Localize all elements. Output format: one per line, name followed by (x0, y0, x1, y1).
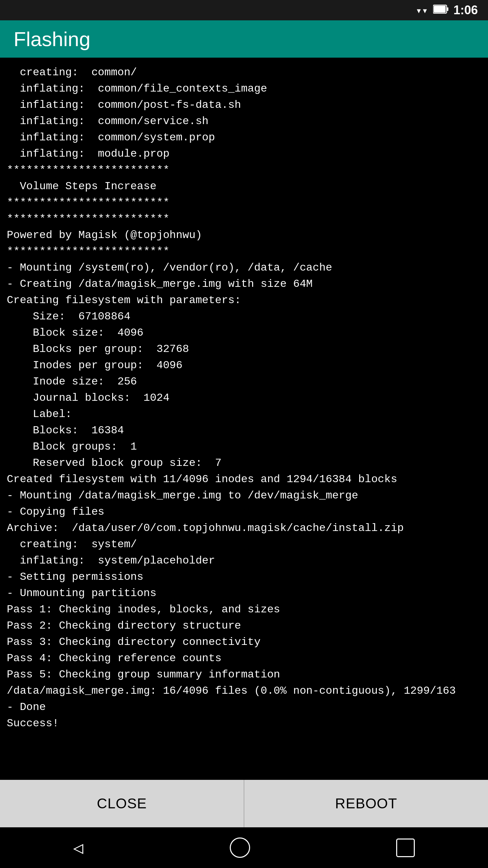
log-text: creating: common/ inflating: common/file… (7, 64, 481, 732)
status-time: 1:06 (453, 3, 478, 17)
status-bar: ▾▾ 1:06 (0, 0, 488, 20)
wifi-icon: ▾▾ (416, 4, 428, 16)
nav-bar: ◁ (0, 827, 488, 868)
bottom-bar: CLOSE REBOOT (0, 780, 488, 827)
recents-button[interactable] (396, 839, 415, 857)
svg-rect-1 (447, 7, 448, 11)
reboot-button[interactable]: REBOOT (244, 780, 488, 827)
svg-rect-2 (434, 6, 446, 13)
close-button[interactable]: CLOSE (0, 780, 244, 827)
back-button[interactable]: ◁ (73, 838, 83, 857)
battery-icon (433, 4, 448, 16)
status-icons: ▾▾ 1:06 (416, 3, 478, 17)
home-button[interactable] (230, 837, 250, 858)
log-content-area: creating: common/ inflating: common/file… (0, 58, 488, 780)
header: Flashing (0, 20, 488, 58)
page-title: Flashing (14, 27, 90, 51)
